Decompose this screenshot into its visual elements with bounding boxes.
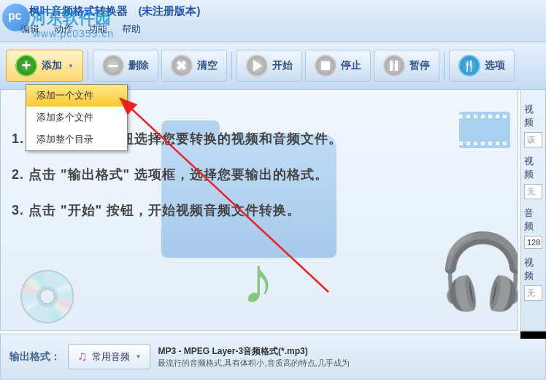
add-dropdown-menu: 添加一个文件 添加多个文件 添加整个目录 <box>26 84 128 151</box>
music-note-graphic: ♪ <box>242 243 274 318</box>
options-button[interactable]: 选项 <box>449 50 515 82</box>
add-button[interactable]: + 添加 ▼ <box>6 50 83 82</box>
pause-icon <box>383 55 405 77</box>
instruction-2: 2. 点击 "输出格式" 选项框，选择您要输出的格式。 <box>12 166 507 183</box>
watermark-logo <box>2 4 30 31</box>
delete-label: 删除 <box>128 59 149 72</box>
black-strip <box>520 331 546 339</box>
add-single-file[interactable]: 添加一个文件 <box>26 85 127 107</box>
format-category: 常用音频 <box>92 350 130 364</box>
output-panel: 输出格式： ♫ 常用音频 ▼ MP3 - MPEG Layer-3音频格式(*.… <box>0 334 546 380</box>
menu-help[interactable]: 帮助 <box>116 21 147 37</box>
headphone-graphic: 🎧 <box>437 228 518 314</box>
side-label-audio: 音频 <box>524 207 542 233</box>
add-folder[interactable]: 添加整个目录 <box>26 128 127 150</box>
pause-button[interactable]: 暂停 <box>374 50 439 82</box>
stop-button[interactable]: 停止 <box>305 50 371 82</box>
chevron-down-icon: ▼ <box>136 353 142 360</box>
output-format-label: 输出格式： <box>9 350 61 364</box>
side-field-4[interactable]: 无 <box>524 285 542 301</box>
stop-icon <box>315 55 337 77</box>
watermark-brand: 河东软件园 <box>31 7 111 29</box>
pause-label: 暂停 <box>410 59 430 72</box>
add-label: 添加 <box>42 59 62 72</box>
chevron-down-icon: ▼ <box>68 63 74 69</box>
clear-icon: ✖ <box>171 55 193 77</box>
start-label: 开始 <box>272 59 293 72</box>
side-label-video2: 视频 <box>524 155 542 181</box>
registration-status: (未注册版本) <box>138 4 200 17</box>
side-label-video3: 视频 <box>524 256 542 283</box>
format-description: 最流行的音频格式,具有体积小,音质高的特点,几乎成为 <box>158 358 537 369</box>
watermark-url: www.pc0359.cn <box>33 28 114 39</box>
options-icon <box>458 55 480 77</box>
format-category-select[interactable]: ♫ 常用音频 ▼ <box>68 344 150 369</box>
format-info-select[interactable]: MP3 - MPEG Layer-3音频格式(*.mp3) 最流行的音频格式,具… <box>158 345 537 369</box>
options-label: 选项 <box>485 59 505 72</box>
side-panel: 视频 该 视频 无 音频 128 视频 无 <box>520 90 546 331</box>
side-field-3[interactable]: 128 <box>524 236 542 249</box>
minus-icon: − <box>102 55 124 77</box>
side-field-1[interactable]: 该 <box>524 132 542 147</box>
instruction-3: 3. 点击 "开始" 按钮，开始视频音频文件转换。 <box>12 201 507 219</box>
side-field-2[interactable]: 无 <box>524 184 542 199</box>
toolbar: + 添加 ▼ − 删除 ✖ 清空 开始 停止 暂停 选项 <box>0 42 546 90</box>
clear-label: 清空 <box>197 59 218 72</box>
music-icon: ♫ <box>77 349 88 364</box>
play-icon <box>246 55 268 77</box>
plus-icon: + <box>15 55 37 77</box>
cd-graphic: 💿 <box>15 266 79 326</box>
stop-label: 停止 <box>341 59 361 72</box>
add-multiple-files[interactable]: 添加多个文件 <box>26 107 127 128</box>
delete-button[interactable]: − 删除 <box>93 50 158 82</box>
format-title: MP3 - MPEG Layer-3音频格式(*.mp3) <box>158 345 537 358</box>
clear-button[interactable]: ✖ 清空 <box>161 50 227 82</box>
side-label-video1: 视频 <box>524 103 542 129</box>
start-button[interactable]: 开始 <box>237 50 302 82</box>
